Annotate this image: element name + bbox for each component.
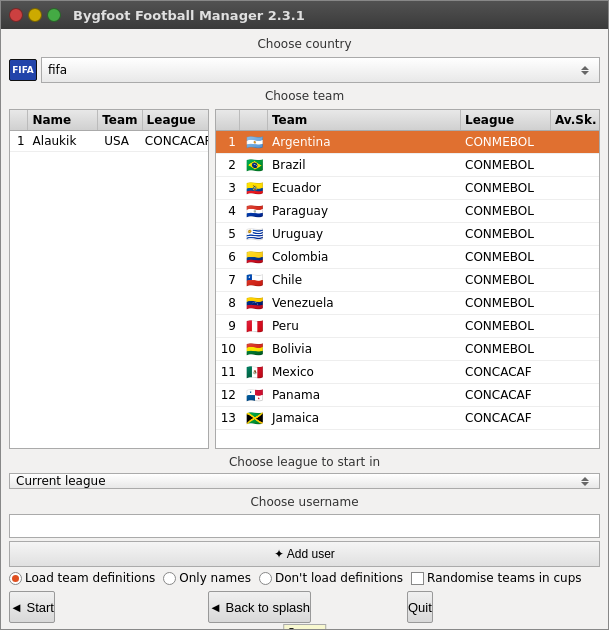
row-team: Paraguay (268, 201, 461, 221)
row-league: CONMEBOL (461, 247, 551, 267)
row-team: Mexico (268, 362, 461, 382)
back-btn-container: ◄ Back to splash Space (208, 591, 401, 623)
row-num: 2 (216, 155, 240, 175)
select-arrow-icon (577, 66, 593, 75)
row-num: 11 (216, 362, 240, 382)
country-selector[interactable]: fifa (41, 57, 600, 83)
league-section: Choose league to start in Current league (9, 453, 600, 489)
window-title: Bygfoot Football Manager 2.3.1 (73, 8, 305, 23)
right-col-num (216, 110, 240, 130)
checkbox-randomise-teams-box (411, 572, 424, 585)
radio-load-team-definitions[interactable]: Load team definitions (9, 571, 155, 585)
row-num: 9 (216, 316, 240, 336)
table-row[interactable]: 3 🇪🇨 Ecuador CONMEBOL (216, 177, 599, 200)
quit-button[interactable]: Quit (407, 591, 433, 623)
main-content: Choose country FIFA fifa Choose team Nam… (1, 29, 608, 629)
table-row[interactable]: 4 🇵🇾 Paraguay CONMEBOL (216, 200, 599, 223)
row-avsk (551, 185, 599, 191)
row-flag: 🇦🇷 (240, 131, 268, 153)
quit-btn-container: Quit (407, 591, 600, 623)
left-col-name: Name (28, 110, 98, 130)
row-avsk (551, 323, 599, 329)
left-table-body: 1 Alaukik USA CONCACAF (10, 131, 208, 448)
row-flag: 🇧🇴 (240, 338, 268, 360)
row-avsk (551, 162, 599, 168)
table-row[interactable]: 9 🇵🇪 Peru CONMEBOL (216, 315, 599, 338)
titlebar: Bygfoot Football Manager 2.3.1 (1, 1, 608, 29)
row-avsk (551, 346, 599, 352)
username-section: Choose username ✦ Add user (9, 493, 600, 567)
left-col-team: Team (98, 110, 142, 130)
choose-team-label: Choose team (9, 89, 600, 103)
choose-country-label: Choose country (9, 37, 600, 51)
choose-league-label: Choose league to start in (9, 455, 600, 469)
radio-dont-load-definitions[interactable]: Don't load definitions (259, 571, 403, 585)
maximize-button[interactable] (47, 8, 61, 22)
table-row[interactable]: 7 🇨🇱 Chile CONMEBOL (216, 269, 599, 292)
bottom-buttons: ◄ Start ◄ Back to splash Space Quit (9, 591, 600, 623)
league-selector[interactable]: Current league (9, 473, 600, 489)
row-flag: 🇪🇨 (240, 177, 268, 199)
close-button[interactable] (9, 8, 23, 22)
row-num: 1 (216, 132, 240, 152)
left-col-num (10, 110, 28, 130)
minimize-button[interactable] (28, 8, 42, 22)
row-team: Brazil (268, 155, 461, 175)
username-input[interactable] (9, 514, 600, 538)
choose-username-label: Choose username (9, 495, 600, 509)
add-user-button[interactable]: ✦ Add user (9, 541, 600, 567)
teams-list-table: Team League Av.Sk. 1 🇦🇷 Argentina CONMEB… (215, 109, 600, 449)
row-league: CONCACAF (461, 408, 551, 428)
radio-load-team-definitions-label: Load team definitions (25, 571, 155, 585)
row-team: Jamaica (268, 408, 461, 428)
row-league: CONMEBOL (461, 316, 551, 336)
row-flag: 🇵🇦 (240, 384, 268, 406)
back-to-splash-button[interactable]: ◄ Back to splash (208, 591, 311, 623)
table-row[interactable]: 13 🇯🇲 Jamaica CONCACAF (216, 407, 599, 430)
league-arrow-icon (577, 477, 593, 486)
radio-dont-load-definitions-indicator (259, 572, 272, 585)
table-row[interactable]: 10 🇧🇴 Bolivia CONMEBOL (216, 338, 599, 361)
right-table-header: Team League Av.Sk. (216, 110, 599, 131)
checkbox-randomise-teams[interactable]: Randomise teams in cups (411, 571, 582, 585)
table-row[interactable]: 2 🇧🇷 Brazil CONMEBOL (216, 154, 599, 177)
radio-dont-load-definitions-label: Don't load definitions (275, 571, 403, 585)
row-league: CONMEBOL (461, 293, 551, 313)
row-flag: 🇯🇲 (240, 407, 268, 429)
saved-teams-table: Name Team League 1 Alaukik USA CONCACAF (9, 109, 209, 449)
start-button[interactable]: ◄ Start (9, 591, 55, 623)
row-league: CONCACAF (461, 385, 551, 405)
table-row[interactable]: 1 🇦🇷 Argentina CONMEBOL (216, 131, 599, 154)
row-team: Colombia (268, 247, 461, 267)
row-avsk (551, 139, 599, 145)
row-flag: 🇵🇪 (240, 315, 268, 337)
row-flag: 🇵🇾 (240, 200, 268, 222)
row-flag: 🇻🇪 (240, 292, 268, 314)
row-team: Panama (268, 385, 461, 405)
tables-area: Name Team League 1 Alaukik USA CONCACAF (9, 109, 600, 449)
row-avsk (551, 392, 599, 398)
table-row[interactable]: 8 🇻🇪 Venezuela CONMEBOL (216, 292, 599, 315)
row-avsk (551, 208, 599, 214)
window-controls (9, 8, 61, 22)
table-row[interactable]: 5 🇺🇾 Uruguay CONMEBOL (216, 223, 599, 246)
row-num: 3 (216, 178, 240, 198)
row-num: 1 (10, 131, 29, 151)
row-name: Alaukik (29, 131, 101, 151)
radio-only-names[interactable]: Only names (163, 571, 251, 585)
main-window: Bygfoot Football Manager 2.3.1 Choose co… (0, 0, 609, 630)
row-flag: 🇧🇷 (240, 154, 268, 176)
row-num: 12 (216, 385, 240, 405)
row-avsk (551, 369, 599, 375)
radio-only-names-label: Only names (179, 571, 251, 585)
row-league: CONMEBOL (461, 155, 551, 175)
right-col-league: League (461, 110, 551, 130)
row-flag: 🇨🇴 (240, 246, 268, 268)
table-row[interactable]: 12 🇵🇦 Panama CONCACAF (216, 384, 599, 407)
table-row[interactable]: 11 🇲🇽 Mexico CONCACAF (216, 361, 599, 384)
row-league: CONCACAF (141, 131, 208, 151)
table-row[interactable]: 1 Alaukik USA CONCACAF (10, 131, 208, 152)
table-row[interactable]: 6 🇨🇴 Colombia CONMEBOL (216, 246, 599, 269)
row-num: 7 (216, 270, 240, 290)
left-table-header: Name Team League (10, 110, 208, 131)
